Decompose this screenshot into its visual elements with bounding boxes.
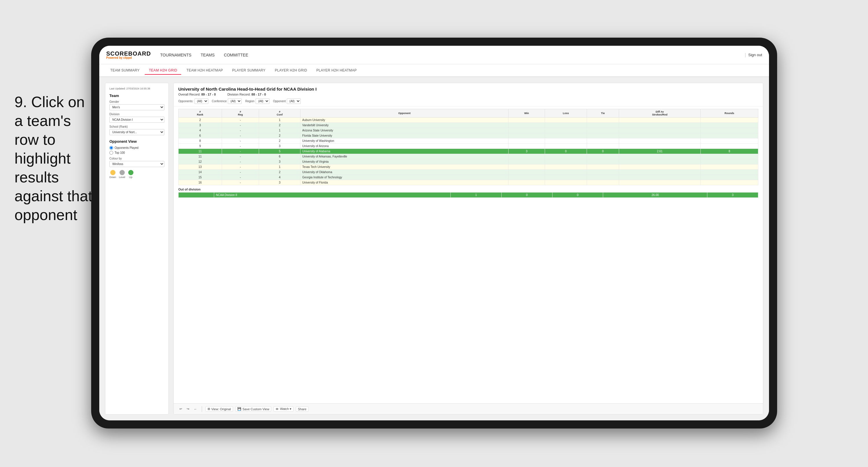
grid-body: #Rank #Reg #Conf Opponent Win Loss Tie D… bbox=[174, 107, 763, 403]
tab-player-h2h-grid[interactable]: PLAYER H2H GRID bbox=[271, 66, 311, 74]
table-row[interactable]: 4-1Arizona State University bbox=[179, 128, 758, 133]
undo-button[interactable]: ↩ bbox=[178, 407, 183, 411]
table-row[interactable]: 13-1Texas Tech University bbox=[179, 165, 758, 170]
opponent-cell: University of Alabama bbox=[301, 149, 508, 154]
ood-division-name: NCAA Division II bbox=[214, 193, 451, 198]
grid-header: University of North Carolina Head-to-Hea… bbox=[174, 83, 763, 107]
colour-by-select[interactable]: Win/loss bbox=[110, 161, 164, 167]
region-filter: Region (All) bbox=[245, 98, 270, 104]
data-cell: 16 bbox=[179, 180, 222, 185]
table-row[interactable]: 9-3University of Arizona bbox=[179, 144, 758, 149]
back-button[interactable]: ← bbox=[193, 407, 198, 411]
out-of-division-label: Out of division bbox=[178, 185, 758, 192]
data-cell: 2 bbox=[259, 170, 301, 175]
data-table: #Rank #Reg #Conf Opponent Win Loss Tie D… bbox=[178, 109, 758, 185]
filter-row: Opponents: (All) Conference (All) bbox=[178, 98, 758, 104]
last-updated: Last Updated: 27/03/2024 16:55:38 bbox=[110, 87, 164, 90]
opponent-cell: University of Oklahoma bbox=[301, 170, 508, 175]
table-row[interactable]: 8-2University of Washington bbox=[179, 138, 758, 144]
redo-button[interactable]: ↪ bbox=[186, 407, 190, 411]
table-row[interactable]: 11-5University of Alabama3002.618 bbox=[179, 149, 758, 154]
opponent-cell: Vanderbilt University bbox=[301, 123, 508, 128]
data-cell bbox=[701, 165, 758, 170]
data-cell: 9 bbox=[179, 144, 222, 149]
school-label: School (Rank) bbox=[110, 125, 164, 128]
nav-tournaments[interactable]: TOURNAMENTS bbox=[160, 52, 191, 58]
data-cell: - bbox=[222, 138, 259, 144]
data-cell bbox=[508, 133, 545, 138]
opponent-filter-select[interactable]: (All) bbox=[287, 98, 301, 104]
data-cell bbox=[508, 159, 545, 165]
tab-team-h2h-heatmap[interactable]: TEAM H2H HEATMAP bbox=[182, 66, 227, 74]
ood-empty bbox=[179, 193, 214, 198]
data-cell bbox=[545, 118, 587, 123]
school-select[interactable]: University of Nort... bbox=[110, 129, 164, 135]
tab-player-summary[interactable]: PLAYER SUMMARY bbox=[228, 66, 270, 74]
left-panel: Last Updated: 27/03/2024 16:55:38 Team G… bbox=[105, 83, 169, 415]
data-cell bbox=[508, 128, 545, 133]
table-row[interactable]: 16-3University of Florida bbox=[179, 180, 758, 185]
col-reg: #Reg bbox=[222, 109, 259, 118]
table-row[interactable]: 11-6University of Arkansas, Fayetteville bbox=[179, 154, 758, 159]
tab-player-h2h-heatmap[interactable]: PLAYER H2H HEATMAP bbox=[312, 66, 361, 74]
data-cell: 0 bbox=[587, 149, 619, 154]
sign-out-link[interactable]: Sign out bbox=[748, 53, 762, 57]
table-row[interactable]: 14-2University of Oklahoma bbox=[179, 170, 758, 175]
level-label: Level bbox=[119, 176, 125, 179]
opponents-filter-select[interactable]: (All) bbox=[194, 98, 208, 104]
logo-area: SCOREBOARD Powered by clippd bbox=[106, 51, 151, 59]
gender-select[interactable]: Men's bbox=[110, 104, 164, 110]
data-cell bbox=[545, 154, 587, 159]
nav-committee[interactable]: COMMITTEE bbox=[224, 52, 248, 58]
legend-row: Down Level Up bbox=[110, 170, 164, 179]
data-cell bbox=[619, 128, 701, 133]
tab-team-summary[interactable]: TEAM SUMMARY bbox=[106, 66, 144, 74]
data-cell: 2 bbox=[179, 118, 222, 123]
share-button[interactable]: Share bbox=[296, 407, 308, 412]
legend-up: Up bbox=[128, 170, 133, 179]
table-row[interactable]: 6-2Florida State University bbox=[179, 133, 758, 138]
table-row[interactable]: 3-2Vanderbilt University bbox=[179, 123, 758, 128]
nav-teams[interactable]: TEAMS bbox=[200, 52, 214, 58]
opponents-played-radio[interactable]: Opponents Played bbox=[110, 146, 164, 150]
division-select[interactable]: NCAA Division I bbox=[110, 117, 164, 123]
top100-radio[interactable]: Top 100 bbox=[110, 151, 164, 155]
table-row[interactable]: 15-4Georgia Institute of Technology bbox=[179, 175, 758, 180]
data-cell: 14 bbox=[179, 170, 222, 175]
data-cell: 2 bbox=[259, 133, 301, 138]
table-row[interactable]: 2-1Auburn University bbox=[179, 118, 758, 123]
data-cell bbox=[587, 159, 619, 165]
toolbar-sep-1 bbox=[202, 406, 202, 412]
data-cell bbox=[587, 144, 619, 149]
division-label: Division bbox=[110, 113, 164, 116]
data-cell: - bbox=[222, 180, 259, 185]
tab-team-h2h-grid[interactable]: TEAM H2H GRID bbox=[145, 66, 181, 75]
data-cell bbox=[619, 123, 701, 128]
tablet-screen: SCOREBOARD Powered by clippd TOURNAMENTS… bbox=[99, 46, 769, 420]
data-cell: 12 bbox=[179, 159, 222, 165]
ood-table: NCAA Division II 1 0 0 26.00 3 bbox=[178, 192, 758, 198]
bottom-toolbar: ↩ ↪ ← ⊞ View: Original 💾 Save Custom Vie… bbox=[174, 403, 763, 414]
opponent-view-title: Opponent View bbox=[110, 139, 164, 144]
data-cell bbox=[619, 133, 701, 138]
save-custom-view-button[interactable]: 💾 Save Custom View bbox=[235, 406, 272, 412]
ood-row[interactable]: NCAA Division II 1 0 0 26.00 3 bbox=[179, 193, 758, 198]
data-cell bbox=[619, 180, 701, 185]
data-cell bbox=[701, 123, 758, 128]
data-cell bbox=[701, 175, 758, 180]
grid-title: University of North Carolina Head-to-Hea… bbox=[178, 87, 758, 91]
col-loss: Loss bbox=[545, 109, 587, 118]
conf-filter-label: Conference bbox=[212, 99, 227, 103]
data-cell: 8 bbox=[701, 149, 758, 154]
conference-filter-select[interactable]: (All) bbox=[228, 98, 242, 104]
watch-button[interactable]: 👁 Watch ▾ bbox=[274, 406, 293, 412]
region-filter-select[interactable]: (All) bbox=[255, 98, 270, 104]
data-cell bbox=[545, 180, 587, 185]
data-cell bbox=[619, 144, 701, 149]
data-cell: 3 bbox=[259, 159, 301, 165]
data-cell bbox=[508, 118, 545, 123]
view-original-button[interactable]: ⊞ View: Original bbox=[206, 406, 233, 412]
data-cell bbox=[545, 165, 587, 170]
table-row[interactable]: 12-3University of Virginia bbox=[179, 159, 758, 165]
data-cell bbox=[587, 138, 619, 144]
